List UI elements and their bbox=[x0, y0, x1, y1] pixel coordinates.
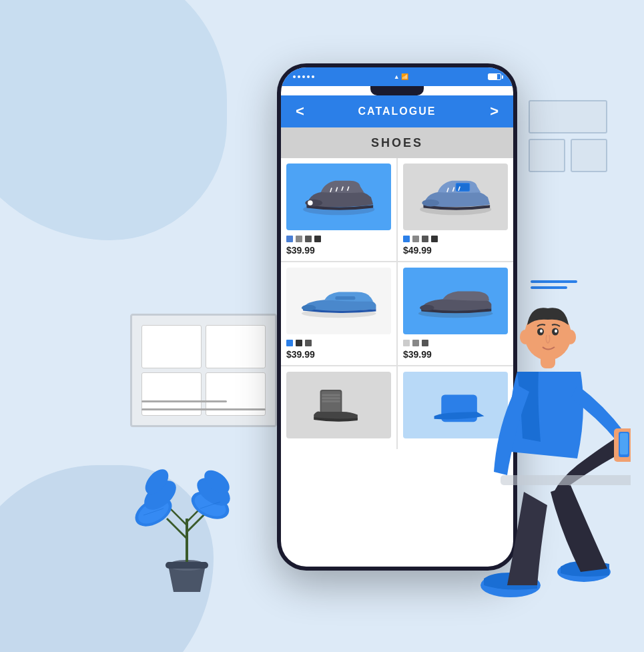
category-title: SHOES bbox=[371, 136, 423, 150]
product-card-1[interactable]: $39.99 bbox=[281, 158, 396, 261]
nav-title: CATALOGUE bbox=[358, 105, 436, 117]
status-bar: ▲ 📶 bbox=[281, 67, 513, 86]
svg-rect-22 bbox=[322, 397, 340, 399]
signal-dot bbox=[302, 75, 305, 78]
svg-rect-55 bbox=[501, 475, 631, 485]
swatch bbox=[314, 236, 321, 242]
svg-point-18 bbox=[420, 304, 434, 310]
forward-button[interactable]: > bbox=[490, 103, 499, 120]
svg-rect-46 bbox=[620, 433, 628, 454]
shoe-illustration-2 bbox=[411, 172, 500, 222]
product-price-3: $39.99 bbox=[286, 349, 391, 360]
whiteboard-decoration bbox=[130, 314, 277, 427]
category-header: SHOES bbox=[281, 127, 513, 158]
svg-rect-9 bbox=[456, 184, 469, 191]
phone-notch bbox=[370, 86, 424, 95]
swatch bbox=[286, 340, 293, 346]
svg-point-13 bbox=[422, 199, 439, 206]
swatch bbox=[431, 236, 438, 242]
navigation-bar: < CATALOGUE > bbox=[281, 95, 513, 127]
swatch bbox=[422, 236, 428, 242]
person-svg bbox=[444, 238, 631, 612]
svg-point-54 bbox=[565, 330, 576, 344]
back-button[interactable]: < bbox=[296, 103, 304, 120]
product-image-3 bbox=[286, 268, 391, 334]
frame-cell bbox=[529, 100, 607, 133]
swatch bbox=[296, 236, 302, 242]
swatch bbox=[296, 340, 302, 346]
plant-decoration bbox=[133, 452, 240, 599]
battery-fill bbox=[489, 74, 497, 79]
swatch bbox=[422, 340, 428, 346]
wb-line bbox=[141, 400, 227, 402]
swatch bbox=[286, 236, 293, 242]
plant-svg bbox=[133, 452, 240, 599]
battery-icon bbox=[488, 73, 501, 80]
product-card-3[interactable]: $39.99 bbox=[281, 262, 396, 365]
swatch bbox=[403, 236, 410, 242]
wb-cell bbox=[141, 325, 202, 368]
product-image-2 bbox=[403, 164, 508, 230]
scene: ▲ 📶 < CATALOGUE > SHOES bbox=[0, 0, 644, 652]
shoe-illustration-1 bbox=[294, 172, 383, 222]
svg-rect-16 bbox=[335, 296, 355, 300]
product-image-5 bbox=[286, 372, 391, 438]
svg-rect-21 bbox=[322, 394, 340, 396]
signal-dot bbox=[312, 75, 314, 78]
svg-rect-23 bbox=[322, 400, 340, 402]
person-illustration bbox=[444, 238, 631, 612]
product-price-1: $39.99 bbox=[286, 245, 391, 256]
svg-point-15 bbox=[302, 304, 316, 310]
shoe-illustration-3 bbox=[294, 276, 383, 326]
svg-point-53 bbox=[520, 330, 531, 344]
signal-dot bbox=[293, 75, 296, 78]
svg-point-6 bbox=[308, 200, 313, 206]
signal-dot bbox=[307, 75, 310, 78]
frame-cell bbox=[571, 139, 607, 172]
swatch bbox=[403, 340, 410, 346]
swatch bbox=[305, 340, 312, 346]
swatch bbox=[305, 236, 312, 242]
wb-line bbox=[141, 408, 266, 410]
product-card-5[interactable] bbox=[281, 366, 396, 449]
svg-point-51 bbox=[540, 330, 543, 333]
wifi-icon: ▲ 📶 bbox=[394, 73, 408, 80]
shoe-illustration-5 bbox=[294, 380, 383, 430]
right-frames-decoration bbox=[529, 100, 607, 172]
signal-dots bbox=[293, 75, 314, 78]
signal-dot bbox=[298, 75, 300, 78]
product-image-1 bbox=[286, 164, 391, 230]
swatch bbox=[412, 236, 419, 242]
wb-cell bbox=[206, 325, 266, 368]
swatch bbox=[412, 340, 419, 346]
color-swatches-1 bbox=[286, 236, 391, 242]
bg-blob-top bbox=[0, 0, 227, 240]
svg-rect-26 bbox=[166, 562, 208, 569]
frame-cell bbox=[529, 139, 565, 172]
svg-point-52 bbox=[555, 330, 557, 333]
color-swatches-3 bbox=[286, 340, 391, 346]
